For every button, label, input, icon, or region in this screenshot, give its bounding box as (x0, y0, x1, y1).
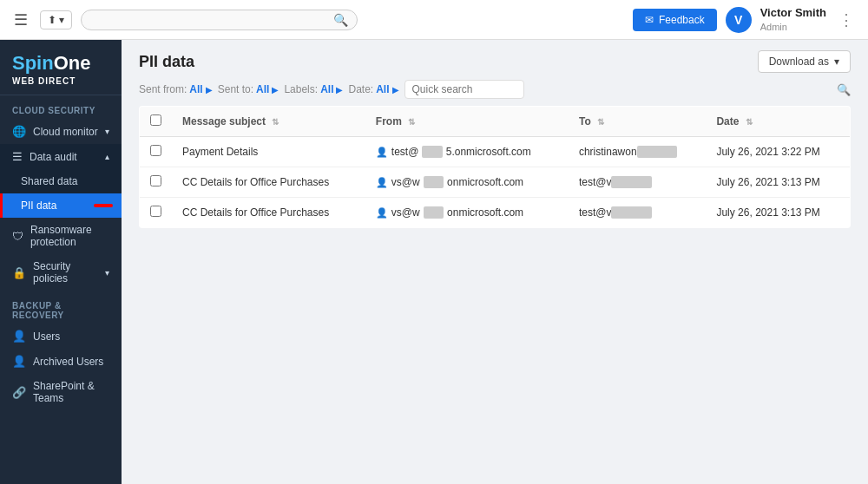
labels-arrow-icon: ▶ (336, 85, 343, 95)
page-title: PII data (139, 53, 194, 71)
from-label: From (376, 115, 402, 128)
date-label: Date (716, 115, 739, 128)
share-button[interactable]: ⬆ ▾ (40, 10, 72, 29)
download-chevron-icon: ▾ (834, 56, 839, 68)
user-role: Admin (760, 21, 826, 33)
sidebar-item-cloud-monitor[interactable]: 🌐 Cloud monitor ▾ (0, 119, 122, 144)
from-email-prefix: test@ (391, 146, 419, 158)
sidebar-item-shared-data-label: Shared data (21, 175, 109, 187)
pii-data-table: Message subject ⇅ From ⇅ To ⇅ Date (139, 106, 851, 228)
sidebar: SpinOne WEB DIRECT CLOUD SECURITY 🌐 Clou… (0, 40, 122, 484)
row-subject: Payment Details (172, 137, 365, 167)
sort-date-icon[interactable]: ⇅ (746, 117, 753, 127)
from-email-prefix: vs@w (391, 176, 420, 188)
chevron-up-icon: ▴ (105, 152, 109, 161)
global-search[interactable]: 🔍 (81, 10, 358, 30)
row-date: July 26, 2021 3:13 PM (706, 167, 850, 198)
sidebar-item-ransomware[interactable]: 🛡 Ransomware protection (0, 218, 122, 254)
header-checkbox-col (140, 107, 173, 137)
security-policies-icon: 🔒 (12, 266, 26, 279)
row-from: 👤 test@ 5.onmicrosoft.com (365, 137, 569, 167)
feedback-icon: ✉ (645, 14, 654, 26)
from-email-icon: 👤 (376, 207, 388, 219)
header-to: To ⇅ (569, 107, 707, 137)
row-to: test@v (569, 167, 707, 198)
sidebar-item-ransomware-label: Ransomware protection (30, 224, 109, 248)
to-email-prefix: test@v (579, 176, 612, 188)
sharepoint-icon: 🔗 (12, 386, 26, 399)
search-icon: 🔍 (333, 13, 348, 27)
top-header: ☰ ⬆ ▾ 🔍 ✉ Feedback V Victor Smith Admin … (0, 0, 868, 40)
row-subject: CC Details for Office Purchases (172, 198, 365, 228)
sent-to-filter[interactable]: Sent to: All ▶ (218, 83, 279, 95)
sort-from-icon[interactable]: ⇅ (408, 117, 415, 127)
sent-to-label: Sent to: (218, 83, 253, 95)
more-options-icon[interactable]: ⋮ (835, 7, 858, 33)
sort-subject-icon[interactable]: ⇅ (272, 117, 279, 127)
row-checkbox-cell (140, 137, 173, 167)
download-button[interactable]: Download as ▾ (758, 50, 851, 73)
from-email-icon: 👤 (376, 177, 388, 188)
hamburger-menu[interactable]: ☰ (10, 7, 31, 33)
from-email-prefix: vs@w (391, 206, 420, 219)
header-from: From ⇅ (365, 107, 569, 137)
from-email-blurred (422, 146, 442, 158)
quick-search-box[interactable] (404, 80, 524, 99)
date-arrow-icon: ▶ (392, 85, 399, 95)
row-from: 👤 vs@w onmicrosoft.com (365, 167, 569, 198)
row-checkbox-cell (140, 167, 173, 198)
feedback-button[interactable]: ✉ Feedback (633, 9, 717, 31)
table-container: Message subject ⇅ From ⇅ To ⇅ Date (122, 106, 868, 484)
date-filter[interactable]: Date: All ▶ (348, 83, 398, 95)
to-label: To (579, 115, 591, 128)
to-email-prefix: test@v (579, 206, 612, 219)
sidebar-item-data-audit[interactable]: ☰ Data audit ▴ (0, 144, 122, 169)
row-checkbox[interactable] (150, 206, 161, 217)
labels-value: All (320, 83, 333, 95)
sidebar-item-archived-users[interactable]: 👤 Archived Users (0, 349, 122, 374)
logo-one: One (54, 52, 91, 74)
download-label: Download as (769, 56, 829, 68)
filter-search-icon[interactable]: 🔍 (837, 83, 851, 96)
quick-search-input[interactable] (412, 83, 516, 95)
sidebar-logo: SpinOne WEB DIRECT (0, 40, 122, 95)
row-checkbox-cell (140, 198, 173, 228)
date-value: All (376, 83, 389, 95)
sidebar-item-sharepoint[interactable]: 🔗 SharePoint & Teams (0, 374, 122, 410)
logo-spin: Spin (12, 52, 54, 74)
date-label: Date: (348, 83, 373, 95)
from-email-blurred (424, 206, 444, 219)
sidebar-item-users[interactable]: 👤 Users (0, 324, 122, 349)
labels-filter[interactable]: Labels: All ▶ (284, 83, 343, 95)
chevron-down-icon: ▾ (105, 127, 109, 136)
sidebar-item-shared-data[interactable]: Shared data (0, 169, 122, 193)
table-row: CC Details for Office Purchases 👤 vs@w o… (140, 167, 851, 198)
search-input[interactable] (90, 13, 333, 26)
row-subject: CC Details for Office Purchases (172, 167, 365, 198)
select-all-checkbox[interactable] (150, 114, 161, 126)
sent-to-value: All (256, 83, 269, 95)
table-row: Payment Details 👤 test@ 5.onmicrosoft.co… (140, 137, 851, 167)
row-checkbox[interactable] (150, 175, 161, 186)
sidebar-item-pii-data[interactable]: PII data (0, 193, 122, 218)
user-name: Victor Smith (760, 6, 826, 21)
row-to: test@v (569, 198, 707, 228)
to-email-prefix: christinawon (579, 146, 637, 158)
cloud-security-section-title: CLOUD SECURITY (0, 95, 122, 119)
row-checkbox[interactable] (150, 145, 161, 156)
share-icon: ⬆ (48, 14, 56, 26)
pii-red-dot (94, 204, 113, 207)
sent-from-filter[interactable]: Sent from: All ▶ (139, 83, 213, 95)
sidebar-item-users-label: Users (33, 330, 109, 343)
sent-from-label: Sent from: (139, 83, 187, 95)
from-email-icon: 👤 (376, 147, 388, 158)
sidebar-item-security-policies[interactable]: 🔒 Security policies ▾ (0, 254, 122, 291)
logo-webdirect: WEB DIRECT (12, 76, 109, 86)
ransomware-icon: 🛡 (12, 230, 23, 243)
filter-bar: Sent from: All ▶ Sent to: All ▶ Labels: … (122, 73, 868, 106)
to-email-blurred (611, 176, 652, 188)
table-row: CC Details for Office Purchases 👤 vs@w o… (140, 198, 851, 228)
sort-to-icon[interactable]: ⇅ (597, 117, 604, 127)
row-date: July 26, 2021 3:13 PM (706, 198, 850, 228)
content-area: PII data Download as ▾ Sent from: All ▶ … (122, 40, 868, 484)
